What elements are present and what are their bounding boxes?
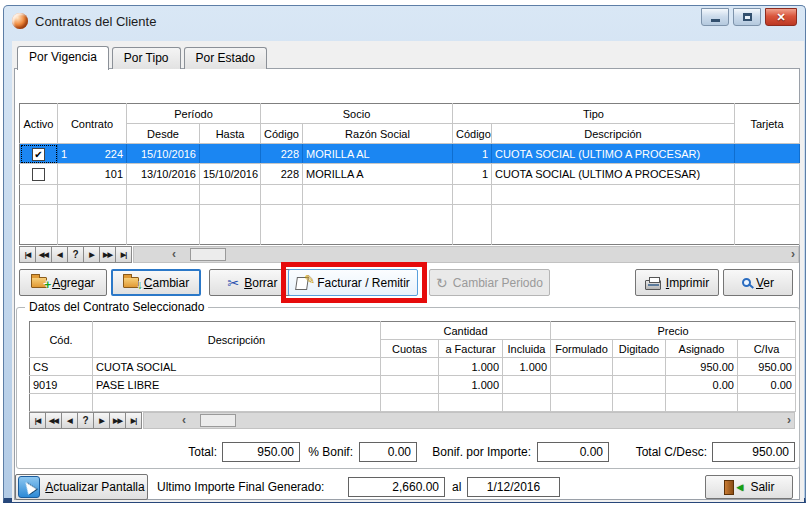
cell-descripcion[interactable]: PASE LIBRE: [93, 376, 381, 394]
nav-fast-next-button[interactable]: ▶▶: [109, 412, 126, 429]
scrollbar-thumb[interactable]: [200, 414, 236, 427]
scroll-left-icon[interactable]: ‹: [182, 413, 186, 427]
nav-help-button[interactable]: ?: [77, 412, 94, 429]
nav-fast-prior-button[interactable]: ◀◀: [45, 412, 62, 429]
titlebar[interactable]: Contratos del Cliente ✕: [4, 6, 805, 36]
table-row[interactable]: 9019 PASE LIBRE 1.000 0.00 0.00: [30, 376, 796, 394]
grid-header-row: Cód. Descripción Cantidad Precio: [30, 322, 796, 340]
cell-descripcion[interactable]: CUOTA SOCIAL: [93, 358, 381, 376]
nav-prior-button[interactable]: ◀: [51, 246, 68, 263]
close-button[interactable]: ✕: [765, 8, 797, 26]
cell-descripcion[interactable]: CUOTA SOCIAL (ULTIMO A PROCESAR): [492, 144, 735, 164]
nav-next-button[interactable]: ▶: [83, 246, 100, 263]
cell-digitado[interactable]: [613, 358, 666, 376]
nav-last-button[interactable]: ▶|: [115, 246, 132, 263]
horizontal-scrollbar[interactable]: ‹ ›: [133, 246, 799, 263]
col-cod: Cód.: [30, 322, 93, 358]
cell-incluida[interactable]: [503, 376, 551, 394]
facturar-remitir-button[interactable]: ✎ Facturar / Remitir: [288, 269, 418, 296]
cell-contrato[interactable]: 1224: [58, 144, 127, 164]
salir-button[interactable]: ◄ Salir: [705, 475, 793, 499]
cell-razon-social[interactable]: MORILLA A: [303, 164, 453, 184]
cell-formulado[interactable]: [551, 358, 613, 376]
cell-hasta[interactable]: [200, 144, 261, 164]
col-descripcion: Descripción: [93, 322, 381, 358]
nav-fast-next-button[interactable]: ▶▶: [99, 246, 116, 263]
cell-digitado[interactable]: [613, 376, 666, 394]
col-asignado: Asignado: [666, 340, 738, 358]
cell-c-iva[interactable]: 0.00: [738, 376, 796, 394]
cell-incluida[interactable]: 1.000: [503, 358, 551, 376]
scrollbar-thumb[interactable]: [190, 248, 226, 261]
tab-strip: Por Vigencia Por Tipo Por Estado: [17, 47, 270, 69]
cell-cuotas[interactable]: [381, 358, 439, 376]
client-area: Por Vigencia Por Tipo Por Estado Activo …: [12, 41, 804, 502]
col-group-socio: Socio: [261, 104, 453, 124]
cell-tipo-codigo[interactable]: 1: [453, 144, 492, 164]
table-row[interactable]: CS CUOTA SOCIAL 1.000 1.000 950.00 950.0…: [30, 358, 796, 376]
cell-asignado[interactable]: 950.00: [666, 358, 738, 376]
nav-help-button[interactable]: ?: [67, 246, 84, 263]
borrar-button[interactable]: ✂ Borrar: [209, 269, 296, 296]
tab-por-estado[interactable]: Por Estado: [184, 47, 267, 69]
nav-fast-prior-button[interactable]: ◀◀: [35, 246, 52, 263]
cell-cod[interactable]: CS: [30, 358, 93, 376]
nav-last-button[interactable]: ▶|: [125, 412, 142, 429]
invoice-pencil-icon: ✎: [296, 275, 312, 290]
checkbox-checked-icon[interactable]: ✔: [32, 148, 45, 161]
cell-cod[interactable]: 9019: [30, 376, 93, 394]
imprimir-button[interactable]: Imprimir: [635, 269, 719, 296]
total-field[interactable]: 950.00: [222, 442, 300, 462]
table-row[interactable]: 101 13/10/2016 15/10/2016 228 MORILLA A …: [20, 164, 800, 184]
agregar-button[interactable]: + Agregar: [19, 269, 107, 296]
cell-a-facturar[interactable]: 1.000: [439, 376, 503, 394]
cell-c-iva[interactable]: 950.00: [738, 358, 796, 376]
total-cdesc-field[interactable]: 950.00: [712, 442, 795, 462]
cell-tipo-codigo[interactable]: 1: [453, 164, 492, 184]
cell-hasta[interactable]: 15/10/2016: [200, 164, 261, 184]
bonif-importe-field[interactable]: 0.00: [537, 442, 609, 462]
cell-asignado[interactable]: 0.00: [666, 376, 738, 394]
col-desde: Desde: [127, 124, 200, 144]
checkbox-unchecked-icon[interactable]: [32, 168, 45, 181]
bonif-field[interactable]: 0.00: [359, 442, 417, 462]
actualizar-pantalla-button[interactable]: Actualizar Pantalla: [15, 474, 148, 500]
nav-first-button[interactable]: |◀: [29, 412, 46, 429]
col-tipo-codigo: Código: [453, 124, 492, 144]
scroll-right-icon[interactable]: ›: [787, 413, 791, 427]
cell-razon-social[interactable]: MORILLA AL: [303, 144, 453, 164]
nav-prior-button[interactable]: ◀: [61, 412, 78, 429]
cell-contrato[interactable]: 101: [58, 164, 127, 184]
cell-desde[interactable]: 15/10/2016: [127, 144, 200, 164]
tab-por-tipo[interactable]: Por Tipo: [112, 47, 181, 69]
minimize-button[interactable]: [701, 8, 729, 26]
cell-formulado[interactable]: [551, 376, 613, 394]
table-row-selected[interactable]: ✔ 1224 15/10/2016 228 MORILLA AL 1 CUOTA…: [20, 144, 800, 164]
maximize-button[interactable]: [733, 8, 761, 26]
cell-tarjeta[interactable]: [735, 164, 800, 184]
cell-socio-codigo[interactable]: 228: [261, 164, 303, 184]
nav-first-button[interactable]: |◀: [19, 246, 36, 263]
scroll-left-icon[interactable]: ‹: [172, 247, 176, 261]
activo-checkbox-cell[interactable]: [20, 164, 58, 184]
fecha-field[interactable]: 1/12/2016: [467, 477, 560, 497]
cambiar-button[interactable]: ↓ Cambiar: [111, 269, 201, 296]
horizontal-scrollbar[interactable]: ‹ ›: [143, 412, 795, 429]
activo-checkbox-cell[interactable]: ✔: [20, 144, 58, 164]
scroll-right-icon[interactable]: ›: [791, 247, 795, 261]
ver-button[interactable]: Ver: [723, 269, 793, 296]
cell-desde[interactable]: 13/10/2016: [127, 164, 200, 184]
cell-socio-codigo[interactable]: 228: [261, 144, 303, 164]
col-contrato: Contrato: [58, 104, 127, 144]
col-group-periodo: Período: [127, 104, 261, 124]
nav-next-button[interactable]: ▶: [93, 412, 110, 429]
cell-descripcion[interactable]: CUOTA SOCIAL (ULTIMO A PROCESAR): [492, 164, 735, 184]
cell-tarjeta[interactable]: [735, 144, 800, 164]
grid-header-row: Activo Contrato Período Socio Tipo Tarje…: [20, 104, 800, 124]
ultimo-importe-field[interactable]: 2,660.00: [348, 477, 445, 497]
tab-por-vigencia[interactable]: Por Vigencia: [17, 46, 109, 70]
cell-a-facturar[interactable]: 1.000: [439, 358, 503, 376]
contracts-grid: Activo Contrato Período Socio Tipo Tarje…: [19, 103, 800, 245]
cell-cuotas[interactable]: [381, 376, 439, 394]
col-cuotas: Cuotas: [381, 340, 439, 358]
